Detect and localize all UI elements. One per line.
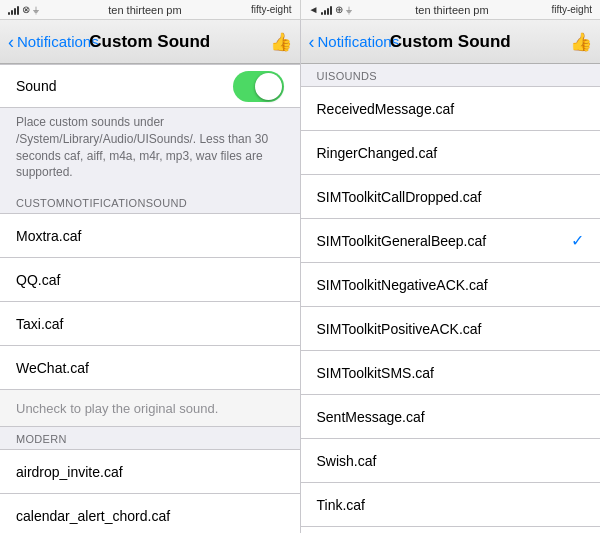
bt-icon-right: ⏚ (346, 4, 352, 15)
item-label: SIMToolkitNegativeACK.caf (317, 277, 585, 293)
right-nav-title: Custom Sound (390, 32, 511, 52)
wifi-icon-right: ⊕ (335, 4, 343, 15)
left-battery-text: fifty-eight (251, 4, 292, 15)
item-label: SIMToolkitPositiveACK.caf (317, 321, 585, 337)
left-back-label: Notifications (17, 33, 99, 50)
panels: ‹ Notifications Custom Sound 👍 Sound Pla… (0, 20, 600, 533)
status-bar-right: ◄ ⊕ ⏚ ten thirteen pm fifty-eight (301, 0, 601, 19)
right-status-icons: ◄ ⊕ ⏚ (309, 4, 353, 15)
left-panel: ‹ Notifications Custom Sound 👍 Sound Pla… (0, 20, 301, 533)
table-row[interactable]: Swish.caf (301, 439, 601, 483)
sound-label: Sound (16, 78, 233, 94)
right-nav-right: 👍 (570, 31, 592, 53)
item-label: WeChat.caf (16, 360, 284, 376)
table-row[interactable]: SIMToolkitNegativeACK.caf (301, 263, 601, 307)
right-nav-bar: ‹ Notifications Custom Sound 👍 (301, 20, 601, 64)
table-row[interactable]: SIMToolkitSMS.caf (301, 351, 601, 395)
bluetooth-icon: ⏚ (33, 4, 39, 15)
uncheck-label-row: Uncheck to play the original sound. (0, 390, 300, 426)
item-label: calendar_alert_chord.caf (16, 508, 284, 524)
table-row[interactable]: SIMToolkitGeneralBeep.caf ✓ (301, 219, 601, 263)
left-status-icons: ⊗ ⏚ (8, 4, 39, 15)
table-row[interactable]: SIMToolkitCallDropped.caf (301, 175, 601, 219)
table-row[interactable]: WeChat.caf (0, 346, 300, 390)
table-row[interactable]: SentMessage.caf (301, 395, 601, 439)
uisounds-section-header: UISOUNDS (301, 64, 601, 86)
right-chevron-icon: ‹ (309, 33, 315, 51)
item-label: airdrop_invite.caf (16, 464, 284, 480)
item-label: SentMessage.caf (317, 409, 585, 425)
status-bar: ⊗ ⏚ ten thirteen pm fifty-eight ◄ ⊕ ⏚ te… (0, 0, 600, 20)
left-time: ten thirteen pm (108, 4, 181, 16)
wifi-icon: ⊗ (22, 4, 30, 15)
item-label: QQ.caf (16, 272, 284, 288)
table-row[interactable]: Moxtra.caf (0, 214, 300, 258)
left-back-button[interactable]: ‹ Notifications (8, 33, 99, 51)
right-time: ten thirteen pm (415, 4, 488, 16)
right-battery: fifty-eight (551, 4, 592, 15)
table-row[interactable]: RingerChanged.caf (301, 131, 601, 175)
left-nav-title: Custom Sound (89, 32, 210, 52)
item-label: RingerChanged.caf (317, 145, 585, 161)
uisounds-group: ReceivedMessage.caf RingerChanged.caf SI… (301, 86, 601, 533)
sound-toggle[interactable] (233, 71, 284, 102)
table-row[interactable]: QQ.caf (0, 258, 300, 302)
item-label: Moxtra.caf (16, 228, 284, 244)
item-label: Tink.caf (317, 497, 585, 513)
item-label: Taxi.caf (16, 316, 284, 332)
status-bar-left: ⊗ ⏚ ten thirteen pm fifty-eight (0, 0, 301, 19)
modern-sounds-group: airdrop_invite.caf calendar_alert_chord.… (0, 449, 300, 533)
left-nav-bar: ‹ Notifications Custom Sound 👍 (0, 20, 300, 64)
custom-sounds-group: Moxtra.caf QQ.caf Taxi.caf WeChat.caf Un… (0, 213, 300, 427)
table-row[interactable]: ReceivedMessage.caf (301, 87, 601, 131)
table-row[interactable]: calendar_alert_chord.caf (0, 494, 300, 533)
table-row[interactable]: airdrop_invite.caf (0, 450, 300, 494)
back-icon: ◄ (309, 4, 319, 15)
table-row[interactable]: SIMToolkitPositiveACK.caf (301, 307, 601, 351)
right-back-button[interactable]: ‹ Notifications (309, 33, 400, 51)
modern-section-header: MODERN (0, 427, 300, 449)
left-scroll[interactable]: Sound Place custom sounds under /System/… (0, 64, 300, 533)
toggle-thumb (255, 73, 282, 100)
item-label: SIMToolkitGeneralBeep.caf (317, 233, 572, 249)
right-signal-bars (321, 5, 332, 15)
table-row[interactable]: Tink.caf (301, 483, 601, 527)
table-row[interactable]: Tock.caf (301, 527, 601, 533)
item-label: ReceivedMessage.caf (317, 101, 585, 117)
uncheck-label: Uncheck to play the original sound. (16, 401, 218, 416)
left-nav-right: 👍 (270, 31, 292, 53)
sound-toggle-row: Sound (0, 64, 300, 108)
signal-bars (8, 5, 19, 15)
right-scroll[interactable]: UISOUNDS ReceivedMessage.caf RingerChang… (301, 64, 601, 533)
selected-checkmark: ✓ (571, 231, 584, 250)
sound-description: Place custom sounds under /System/Librar… (0, 108, 300, 191)
item-label: Swish.caf (317, 453, 585, 469)
item-label: SIMToolkitCallDropped.caf (317, 189, 585, 205)
right-back-label: Notifications (318, 33, 400, 50)
right-panel: ‹ Notifications Custom Sound 👍 UISOUNDS … (301, 20, 601, 533)
custom-section-header: CUSTOMNOTIFICATIONSOUND (0, 191, 300, 213)
left-chevron-icon: ‹ (8, 33, 14, 51)
table-row[interactable]: Taxi.caf (0, 302, 300, 346)
item-label: SIMToolkitSMS.caf (317, 365, 585, 381)
